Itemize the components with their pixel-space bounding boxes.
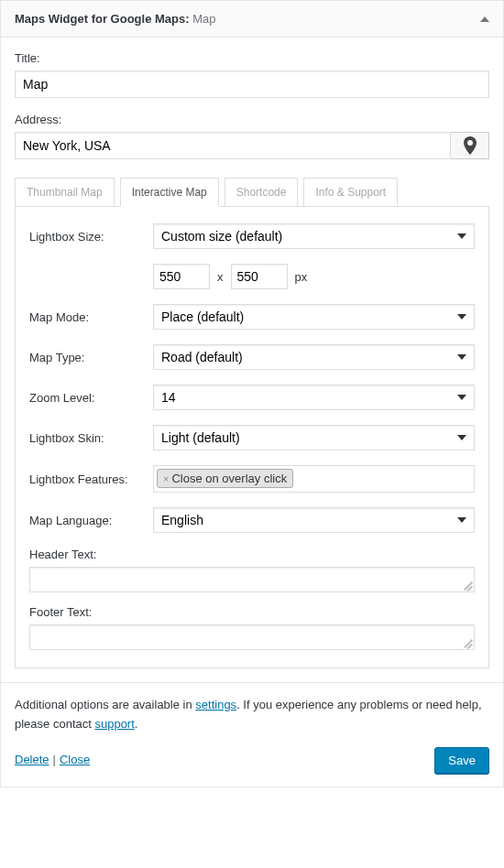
tab-shortcode[interactable]: Shortcode [225, 178, 299, 207]
footer-text-label: Footer Text: [29, 605, 475, 619]
collapse-toggle-icon[interactable] [480, 16, 489, 22]
widget-title: Maps Widget for Google Maps: Map [15, 12, 215, 26]
lightbox-skin-select[interactable]: Light (default) [153, 425, 475, 450]
row-lightbox-skin: Lightbox Skin: Light (default) [29, 425, 475, 450]
tab-thumbnail-map[interactable]: Thumbnail Map [15, 178, 115, 207]
widget-container: Maps Widget for Google Maps: Map Title: … [0, 0, 504, 787]
widget-title-prefix: Maps Widget for Google Maps: [15, 12, 190, 26]
widget-footer: Additional options are available in sett… [1, 682, 503, 787]
address-input[interactable] [15, 132, 451, 159]
lightbox-features-label: Lightbox Features: [29, 472, 153, 486]
footer-actions: Delete|Close Save [15, 747, 489, 774]
lightbox-size-select[interactable]: Custom size (default) [153, 223, 475, 249]
size-width-input[interactable] [153, 264, 210, 289]
link-actions: Delete|Close [15, 751, 90, 770]
title-field: Title: [15, 51, 489, 98]
lightbox-skin-label: Lightbox Skin: [29, 431, 153, 445]
feature-tag: × Close on overlay click [157, 469, 293, 488]
support-link[interactable]: support [94, 717, 134, 731]
row-size-inputs: x px [29, 264, 475, 289]
tabs: Thumbnail Map Interactive Map Shortcode … [15, 178, 489, 207]
header-text-input[interactable] [29, 567, 475, 592]
row-zoom: Zoom Level: 14 [29, 385, 475, 410]
row-map-type: Map Type: Road (default) [29, 344, 475, 370]
widget-title-suffix: Map [190, 12, 216, 26]
map-mode-select[interactable]: Place (default) [153, 304, 475, 330]
resize-handle-icon[interactable] [461, 579, 472, 590]
tab-info-support[interactable]: Info & Support [303, 178, 398, 207]
map-pin-icon [463, 136, 477, 155]
action-separator: | [53, 753, 56, 766]
widget-header[interactable]: Maps Widget for Google Maps: Map [1, 1, 503, 38]
header-text-label: Header Text: [29, 548, 475, 561]
resize-handle-icon[interactable] [461, 636, 472, 647]
map-pin-button[interactable] [451, 132, 489, 159]
map-language-select[interactable]: English [153, 507, 475, 533]
row-map-language: Map Language: English [29, 507, 475, 533]
header-text-field: Header Text: [29, 548, 475, 592]
settings-link[interactable]: settings [195, 698, 236, 711]
footer-text-field: Footer Text: [29, 605, 475, 650]
row-lightbox-size: Lightbox Size: Custom size (default) [29, 223, 475, 249]
size-height-input[interactable] [231, 264, 288, 289]
map-language-label: Map Language: [29, 514, 153, 527]
map-type-select[interactable]: Road (default) [153, 344, 475, 370]
title-input[interactable] [15, 71, 489, 98]
lightbox-size-label: Lightbox Size: [29, 230, 153, 244]
zoom-select[interactable]: 14 [153, 385, 475, 410]
row-map-mode: Map Mode: Place (default) [29, 304, 475, 330]
widget-body: Title: Address: Thumbnail Map Interactiv… [1, 38, 503, 682]
size-unit-label: px [295, 270, 308, 284]
address-label: Address: [15, 113, 489, 126]
zoom-label: Zoom Level: [29, 391, 153, 405]
save-button[interactable]: Save [434, 747, 489, 774]
footer-text-input[interactable] [29, 624, 475, 650]
tab-panel-interactive: Lightbox Size: Custom size (default) x p… [15, 206, 489, 668]
size-x-separator: x [217, 270, 224, 284]
map-type-label: Map Type: [29, 351, 153, 364]
row-lightbox-features: Lightbox Features: × Close on overlay cl… [29, 465, 475, 493]
title-label: Title: [15, 51, 489, 65]
feature-tag-label: Close on overlay click [171, 472, 287, 485]
close-link[interactable]: Close [60, 753, 90, 766]
map-mode-label: Map Mode: [29, 310, 153, 324]
delete-link[interactable]: Delete [15, 753, 49, 766]
address-field: Address: [15, 113, 489, 159]
tab-interactive-map[interactable]: Interactive Map [120, 178, 219, 207]
footer-help-text: Additional options are available in sett… [15, 696, 489, 734]
lightbox-features-tagbox[interactable]: × Close on overlay click [153, 465, 475, 493]
tag-remove-icon[interactable]: × [163, 473, 169, 484]
